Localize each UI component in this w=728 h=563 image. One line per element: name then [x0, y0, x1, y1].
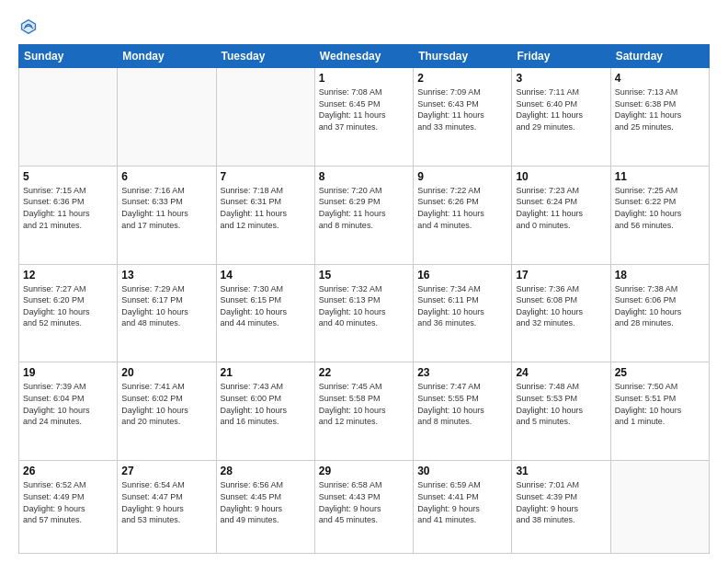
day-info: Sunrise: 7:16 AM Sunset: 6:33 PM Dayligh…: [121, 185, 211, 231]
calendar-cell: 5Sunrise: 7:15 AM Sunset: 6:36 PM Daylig…: [19, 166, 118, 264]
day-info: Sunrise: 7:23 AM Sunset: 6:24 PM Dayligh…: [516, 185, 606, 231]
calendar-cell: [610, 461, 709, 554]
day-number: 10: [516, 170, 606, 183]
calendar-week-4: 19Sunrise: 7:39 AM Sunset: 6:04 PM Dayli…: [19, 362, 710, 461]
day-number: 14: [221, 269, 311, 282]
svg-marker-0: [20, 18, 37, 35]
weekday-header-row: SundayMondayTuesdayWednesdayThursdayFrid…: [19, 45, 710, 68]
day-info: Sunrise: 7:50 AM Sunset: 5:51 PM Dayligh…: [615, 381, 705, 427]
calendar-cell: 28Sunrise: 6:56 AM Sunset: 4:45 PM Dayli…: [216, 461, 314, 554]
page: SundayMondayTuesdayWednesdayThursdayFrid…: [0, 0, 728, 563]
calendar-week-3: 12Sunrise: 7:27 AM Sunset: 6:20 PM Dayli…: [19, 264, 710, 362]
calendar-cell: 14Sunrise: 7:30 AM Sunset: 6:15 PM Dayli…: [216, 264, 314, 362]
weekday-header-tuesday: Tuesday: [216, 45, 314, 68]
day-info: Sunrise: 7:41 AM Sunset: 6:02 PM Dayligh…: [121, 381, 211, 427]
weekday-header-monday: Monday: [118, 45, 216, 68]
day-info: Sunrise: 7:08 AM Sunset: 6:45 PM Dayligh…: [319, 86, 409, 132]
day-number: 30: [417, 465, 507, 477]
calendar-cell: [19, 68, 118, 167]
header: [18, 17, 710, 37]
day-number: 3: [516, 72, 606, 85]
day-number: 27: [121, 465, 211, 477]
day-info: Sunrise: 7:09 AM Sunset: 6:43 PM Dayligh…: [417, 86, 507, 132]
day-number: 28: [221, 465, 311, 477]
weekday-header-saturday: Saturday: [610, 45, 709, 68]
weekday-header-friday: Friday: [512, 45, 610, 68]
calendar-week-1: 1Sunrise: 7:08 AM Sunset: 6:45 PM Daylig…: [19, 68, 710, 167]
day-number: 21: [221, 366, 311, 379]
day-info: Sunrise: 7:20 AM Sunset: 6:29 PM Dayligh…: [319, 185, 409, 231]
day-number: 16: [417, 269, 507, 282]
day-number: 29: [319, 465, 409, 477]
calendar-cell: 1Sunrise: 7:08 AM Sunset: 6:45 PM Daylig…: [314, 68, 413, 167]
calendar-cell: 19Sunrise: 7:39 AM Sunset: 6:04 PM Dayli…: [19, 362, 118, 461]
day-info: Sunrise: 7:18 AM Sunset: 6:31 PM Dayligh…: [221, 185, 311, 231]
day-number: 1: [319, 72, 409, 85]
calendar-cell: 30Sunrise: 6:59 AM Sunset: 4:41 PM Dayli…: [414, 461, 512, 554]
day-info: Sunrise: 7:11 AM Sunset: 6:40 PM Dayligh…: [516, 86, 606, 132]
day-info: Sunrise: 7:45 AM Sunset: 5:58 PM Dayligh…: [319, 381, 409, 427]
calendar-cell: 4Sunrise: 7:13 AM Sunset: 6:38 PM Daylig…: [610, 68, 709, 167]
calendar-cell: 23Sunrise: 7:47 AM Sunset: 5:55 PM Dayli…: [414, 362, 512, 461]
calendar-cell: 15Sunrise: 7:32 AM Sunset: 6:13 PM Dayli…: [314, 264, 413, 362]
calendar-cell: 27Sunrise: 6:54 AM Sunset: 4:47 PM Dayli…: [118, 461, 216, 554]
day-info: Sunrise: 6:59 AM Sunset: 4:41 PM Dayligh…: [417, 479, 507, 525]
day-number: 26: [23, 465, 113, 477]
day-number: 4: [615, 72, 705, 85]
day-number: 22: [319, 366, 409, 379]
day-info: Sunrise: 7:34 AM Sunset: 6:11 PM Dayligh…: [417, 283, 507, 329]
calendar-cell: [216, 68, 314, 167]
day-number: 31: [516, 465, 606, 477]
day-number: 24: [516, 366, 606, 379]
calendar-cell: 26Sunrise: 6:52 AM Sunset: 4:49 PM Dayli…: [19, 461, 118, 554]
day-info: Sunrise: 7:48 AM Sunset: 5:53 PM Dayligh…: [516, 381, 606, 427]
day-info: Sunrise: 7:47 AM Sunset: 5:55 PM Dayligh…: [417, 381, 507, 427]
calendar-cell: 7Sunrise: 7:18 AM Sunset: 6:31 PM Daylig…: [216, 166, 314, 264]
calendar-cell: 29Sunrise: 6:58 AM Sunset: 4:43 PM Dayli…: [314, 461, 413, 554]
calendar-cell: 2Sunrise: 7:09 AM Sunset: 6:43 PM Daylig…: [414, 68, 512, 167]
day-number: 20: [121, 366, 211, 379]
day-info: Sunrise: 7:43 AM Sunset: 6:00 PM Dayligh…: [221, 381, 311, 427]
calendar-cell: 10Sunrise: 7:23 AM Sunset: 6:24 PM Dayli…: [512, 166, 610, 264]
calendar-cell: 17Sunrise: 7:36 AM Sunset: 6:08 PM Dayli…: [512, 264, 610, 362]
calendar-cell: 13Sunrise: 7:29 AM Sunset: 6:17 PM Dayli…: [118, 264, 216, 362]
day-number: 19: [23, 366, 113, 379]
logo-icon: [18, 17, 39, 37]
day-info: Sunrise: 7:15 AM Sunset: 6:36 PM Dayligh…: [23, 185, 113, 231]
day-number: 6: [121, 170, 211, 183]
day-number: 25: [615, 366, 705, 379]
calendar-table: SundayMondayTuesdayWednesdayThursdayFrid…: [18, 44, 710, 554]
day-number: 18: [615, 269, 705, 282]
day-info: Sunrise: 6:58 AM Sunset: 4:43 PM Dayligh…: [319, 479, 409, 525]
calendar-cell: 25Sunrise: 7:50 AM Sunset: 5:51 PM Dayli…: [610, 362, 709, 461]
calendar-cell: 22Sunrise: 7:45 AM Sunset: 5:58 PM Dayli…: [314, 362, 413, 461]
day-info: Sunrise: 6:52 AM Sunset: 4:49 PM Dayligh…: [23, 479, 113, 525]
calendar-cell: 12Sunrise: 7:27 AM Sunset: 6:20 PM Dayli…: [19, 264, 118, 362]
calendar-cell: [118, 68, 216, 167]
calendar-cell: 24Sunrise: 7:48 AM Sunset: 5:53 PM Dayli…: [512, 362, 610, 461]
day-number: 23: [417, 366, 507, 379]
calendar-cell: 8Sunrise: 7:20 AM Sunset: 6:29 PM Daylig…: [314, 166, 413, 264]
weekday-header-sunday: Sunday: [19, 45, 118, 68]
day-number: 5: [23, 170, 113, 183]
day-number: 9: [417, 170, 507, 183]
day-info: Sunrise: 7:13 AM Sunset: 6:38 PM Dayligh…: [615, 86, 705, 132]
calendar-cell: 6Sunrise: 7:16 AM Sunset: 6:33 PM Daylig…: [118, 166, 216, 264]
calendar-week-2: 5Sunrise: 7:15 AM Sunset: 6:36 PM Daylig…: [19, 166, 710, 264]
day-number: 8: [319, 170, 409, 183]
day-number: 7: [221, 170, 311, 183]
day-number: 2: [417, 72, 507, 85]
calendar-cell: 18Sunrise: 7:38 AM Sunset: 6:06 PM Dayli…: [610, 264, 709, 362]
calendar-cell: 3Sunrise: 7:11 AM Sunset: 6:40 PM Daylig…: [512, 68, 610, 167]
weekday-header-wednesday: Wednesday: [314, 45, 413, 68]
calendar-cell: 20Sunrise: 7:41 AM Sunset: 6:02 PM Dayli…: [118, 362, 216, 461]
day-number: 15: [319, 269, 409, 282]
calendar-week-5: 26Sunrise: 6:52 AM Sunset: 4:49 PM Dayli…: [19, 461, 710, 554]
calendar-cell: 21Sunrise: 7:43 AM Sunset: 6:00 PM Dayli…: [216, 362, 314, 461]
day-info: Sunrise: 7:01 AM Sunset: 4:39 PM Dayligh…: [516, 479, 606, 525]
day-info: Sunrise: 7:30 AM Sunset: 6:15 PM Dayligh…: [221, 283, 311, 329]
calendar-cell: 31Sunrise: 7:01 AM Sunset: 4:39 PM Dayli…: [512, 461, 610, 554]
calendar-cell: 16Sunrise: 7:34 AM Sunset: 6:11 PM Dayli…: [414, 264, 512, 362]
day-info: Sunrise: 7:22 AM Sunset: 6:26 PM Dayligh…: [417, 185, 507, 231]
day-info: Sunrise: 6:56 AM Sunset: 4:45 PM Dayligh…: [221, 479, 311, 525]
